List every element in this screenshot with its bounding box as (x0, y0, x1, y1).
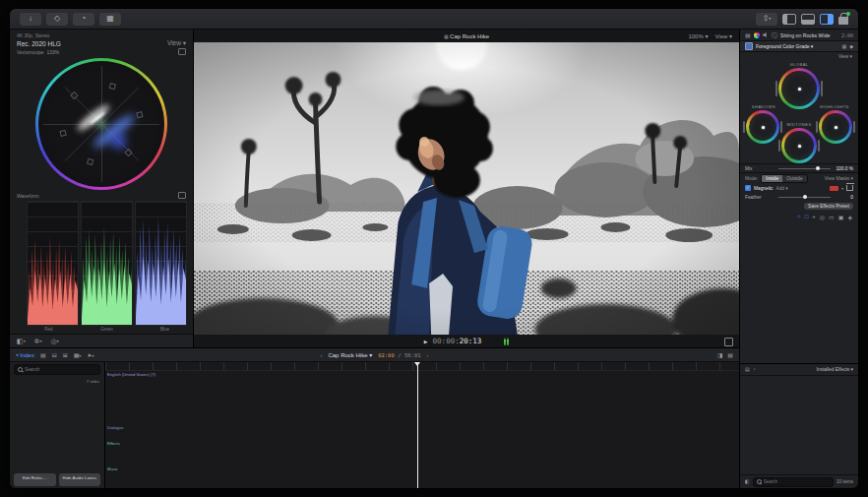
effect-name[interactable]: Foreground Color Grade ▾ (756, 43, 838, 49)
timeline-lanes[interactable]: English (United States) (7) Dialogue (105, 362, 739, 488)
scope-options-menu[interactable]: ◎▾ (51, 338, 59, 345)
project-title[interactable]: Cap Rock Hike ▾ (328, 351, 372, 358)
timeline-toolbar: ◂Index ▤ ⊟ ⊞ ▦▾ ➤▾ ‹ Cap Rock Hike ▾ 02:… (10, 348, 739, 362)
inspector-toggle-icon[interactable] (820, 14, 834, 25)
vectorscope-settings-icon[interactable] (178, 48, 186, 55)
timeline-timecode: 02:00 (378, 352, 395, 358)
index-search[interactable] (14, 364, 100, 375)
browser-toggle-icon[interactable] (782, 14, 796, 25)
timeline-toggle-icon[interactable] (801, 14, 815, 25)
waveform-settings-icon[interactable] (178, 192, 186, 199)
app-window: ↓ ◇ ◔ ▦ ⇧▾ 4K 30p, Stereo Rec. 2020 HLG … (9, 8, 859, 489)
effects-lane-2 (105, 453, 739, 466)
keyword-editor-button[interactable]: ◇ (46, 13, 68, 26)
color-inspector-icon[interactable] (754, 32, 760, 38)
mask-expand-icon[interactable]: ◈ (847, 214, 852, 220)
edit-roles-button[interactable]: Edit Roles… (14, 473, 56, 486)
highlights-wheel[interactable] (819, 110, 852, 144)
timeline-ruler[interactable] (105, 362, 739, 371)
mask-add-icon[interactable]: + (812, 214, 816, 219)
video-inspector-icon[interactable]: ▤ (745, 32, 751, 38)
prev-project-icon[interactable]: ‹ (320, 352, 322, 358)
caption-role-label: English (United States) (7) (107, 372, 155, 377)
status-dot (846, 12, 850, 16)
music-lane (105, 471, 739, 488)
viewer-title: ▦ Cap Rock Hike (194, 33, 739, 39)
tool-select-menu[interactable]: ➤▾ (87, 351, 93, 358)
delete-mask-icon[interactable] (846, 185, 853, 191)
installed-effects-menu[interactable]: Installed Effects ▾ (816, 367, 853, 372)
insert-clip-icon[interactable]: ⊟ (52, 351, 57, 358)
effect-keyframe-icon[interactable]: ◆ (849, 44, 853, 49)
video-scopes-panel: 4K 30p, Stereo Rec. 2020 HLG View ▾ Vect… (10, 30, 194, 347)
shadows-wheel[interactable] (746, 110, 779, 144)
index-search-input[interactable] (25, 367, 96, 372)
mask-color-swatch[interactable] (830, 186, 838, 191)
mask-band-icon[interactable]: ▭ (829, 214, 835, 220)
wheels-view-menu[interactable]: View ▾ (838, 54, 852, 59)
connected-clips-lane (105, 382, 739, 402)
info-inspector-icon[interactable]: ⓘ (772, 32, 777, 38)
scopes-toolbar: ◧▾ ✲▾ ◎▾ (10, 334, 193, 347)
viewer-transport: ▶ 00:00:20:13 (194, 335, 739, 347)
effects-browser-icon[interactable]: ▤ (745, 367, 750, 372)
viewer-view-menu[interactable]: View ▾ (714, 32, 732, 39)
viewer-timecode: 00:00:20:13 (433, 337, 482, 345)
mask-shape-icon[interactable]: ○ (797, 214, 801, 219)
waveform-channel-labels: Red Green Blue (10, 326, 193, 334)
connect-clip-icon[interactable]: ▤ (40, 351, 46, 358)
effects-search-input[interactable] (764, 479, 830, 484)
clip-appearance-icon[interactable]: ◨ (717, 351, 723, 358)
scope-layout-menu[interactable]: ◧▾ (17, 338, 26, 345)
magnetic-mask-row: Magnetic Add ▾ ▾ (740, 183, 858, 193)
hide-audio-lanes-button[interactable]: Hide Audio Lanes (59, 473, 101, 486)
viewer-canvas[interactable] (194, 42, 739, 335)
roles-count: 7 roles (87, 379, 99, 384)
waveform-blue-channel (135, 201, 187, 326)
midtones-wheel[interactable] (781, 128, 817, 163)
mask-mode-segment[interactable]: Inside Outside (761, 174, 807, 183)
scope-display-menu[interactable]: ✲▾ (34, 338, 42, 345)
global-wheel[interactable] (778, 68, 820, 109)
overwrite-clip-icon[interactable]: ▦▾ (74, 351, 82, 358)
share-button[interactable]: ⇧▾ (756, 13, 777, 26)
playhead[interactable] (417, 362, 418, 488)
rgb-parade-waveform[interactable] (16, 201, 187, 326)
append-clip-icon[interactable]: ⊞ (63, 351, 68, 358)
view-masks-menu[interactable]: View Masks ▾ (825, 176, 853, 181)
import-media-button[interactable]: ↓ (20, 13, 41, 26)
inspector-clip-title: Sitting on Rocks Wide (780, 32, 838, 38)
next-project-icon[interactable]: › (427, 352, 429, 358)
inside-button[interactable]: Inside (762, 175, 782, 182)
lock-icon[interactable] (838, 17, 848, 25)
mask-rect-icon[interactable]: □ (805, 214, 809, 219)
scene-illustration (194, 42, 739, 335)
timeline-header: ‹ Cap Rock Hike ▾ 02:00 / 56:01 › (10, 351, 739, 358)
mix-slider[interactable] (778, 164, 831, 172)
scopes-view-menu[interactable]: View ▾ (167, 39, 186, 47)
transitions-browser-icon[interactable]: ◔ (753, 367, 756, 372)
outside-button[interactable]: Outside (782, 175, 807, 182)
play-button[interactable]: ▶ (424, 339, 428, 344)
timeline-index-panel: 7 roles Edit Roles… Hide Audio Lanes (10, 362, 105, 488)
fullscreen-icon[interactable] (724, 338, 733, 346)
effect-frame-icon[interactable]: ▦ (841, 44, 846, 49)
audio-meters[interactable] (504, 338, 509, 345)
save-effects-preset-button[interactable]: Save Effects Preset (804, 203, 853, 210)
effect-row[interactable]: Foreground Color Grade ▾ ▦ ◆ (740, 41, 858, 52)
extensions-button[interactable]: ▦ (99, 13, 121, 26)
feather-slider[interactable] (778, 193, 831, 201)
sidebar-toggle-icon[interactable]: ◧ (745, 479, 750, 484)
mask-grid-icon[interactable]: ▣ (838, 214, 844, 220)
skimming-icon[interactable]: ▤ (727, 351, 733, 358)
magnetic-checkbox[interactable] (745, 185, 751, 191)
audio-inspector-icon[interactable] (763, 32, 769, 37)
mask-target-icon[interactable]: ◎ (820, 214, 825, 220)
viewer-zoom-menu[interactable]: 100% ▾ (688, 32, 708, 39)
inspector-tabs: ▤ ⓘ Sitting on Rocks Wide 2:00 (740, 30, 858, 41)
vectorscope[interactable] (35, 58, 167, 190)
index-button[interactable]: ◂Index (16, 352, 34, 358)
background-tasks-button[interactable]: ◔ (73, 13, 94, 26)
effects-search[interactable] (753, 477, 834, 487)
add-mask-menu[interactable]: Add ▾ (775, 186, 787, 191)
